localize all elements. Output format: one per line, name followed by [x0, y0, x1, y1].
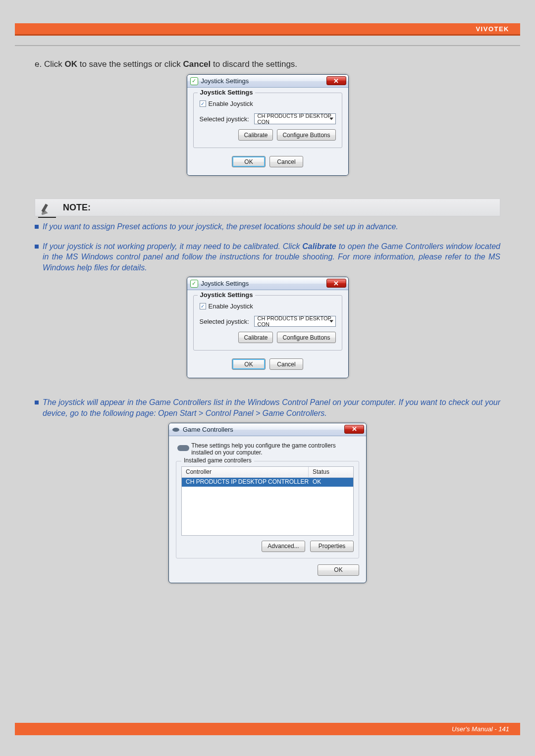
selected-joystick-combobox[interactable]: CH PRODUCTS IP DESKTOP CON	[254, 316, 336, 327]
dialog-title: Game Controllers	[183, 426, 233, 433]
app-icon: ✓	[190, 77, 198, 85]
content-area: e. Click OK to save the settings or clic…	[35, 59, 500, 583]
column-header-status[interactable]: Status	[309, 467, 353, 477]
selected-joystick-label: Selected joystick:	[200, 318, 254, 325]
description-text: These settings help you configure the ga…	[191, 442, 359, 456]
joystick-settings-fieldset: Joystick Settings ✓ Enable Joystick Sele…	[193, 295, 342, 351]
gamepad-large-icon	[176, 442, 187, 454]
joystick-settings-dialog: ✓ Joystick Settings ✕ Joystick Settings …	[187, 277, 349, 378]
bullet-icon	[35, 225, 39, 229]
svg-point-2	[172, 428, 179, 432]
selected-joystick-label: Selected joystick:	[200, 115, 254, 123]
game-controllers-dialog: Game Controllers ✕ These settings help y…	[168, 423, 367, 583]
text-fragment: to discard the settings.	[211, 59, 297, 69]
button-row: Advanced... Properties	[181, 541, 354, 552]
enable-joystick-label: Enable Joystick	[209, 302, 253, 310]
pencil-icon	[38, 197, 54, 217]
dialog-footer: OK	[176, 558, 359, 576]
dialog-container: Game Controllers ✕ These settings help y…	[35, 423, 500, 583]
enable-joystick-row: ✓ Enable Joystick	[200, 302, 336, 310]
note-label: NOTE:	[63, 202, 91, 213]
step-e-text: e. Click OK to save the settings or clic…	[35, 59, 500, 69]
close-icon[interactable]: ✕	[326, 279, 346, 288]
combobox-value: CH PRODUCTS IP DESKTOP CON	[258, 113, 332, 125]
footer-text: User's Manual - 141	[452, 725, 509, 733]
dialog-body: Joystick Settings ✓ Enable Joystick Sele…	[187, 290, 348, 378]
title-bar: ✓ Joystick Settings ✕	[187, 75, 348, 88]
calibrate-button[interactable]: Calibrate	[238, 332, 273, 343]
cancel-button[interactable]: Cancel	[269, 358, 303, 370]
page-footer: User's Manual - 141	[15, 723, 520, 735]
configure-buttons-button[interactable]: Configure Buttons	[277, 332, 335, 343]
cell-controller: CH PRODUCTS IP DESKTOP CONTROLLER	[182, 478, 309, 487]
advanced-button[interactable]: Advanced...	[262, 541, 305, 552]
text-fragment: If your joystick is not working properly…	[43, 242, 302, 251]
note-section: NOTE: If you want to assign Preset actio…	[35, 199, 500, 583]
enable-joystick-label: Enable Joystick	[209, 100, 253, 107]
note-header-bar: NOTE:	[35, 199, 500, 216]
title-bar: Game Controllers ✕	[169, 423, 366, 436]
dialog-title: Joystick Settings	[201, 77, 249, 85]
description-row: These settings help you configure the ga…	[176, 442, 359, 456]
chevron-down-icon	[329, 118, 333, 120]
bullet-icon	[35, 245, 39, 249]
text-bold-cancel: Cancel	[183, 59, 211, 69]
fieldset-legend: Joystick Settings	[198, 291, 256, 299]
installed-controllers-fieldset: Installed game controllers Controller St…	[176, 461, 359, 558]
bullet-icon	[35, 401, 39, 404]
chevron-down-icon	[329, 320, 333, 323]
table-row[interactable]: CH PRODUCTS IP DESKTOP CONTROLLER OK	[182, 478, 353, 487]
fieldset-legend: Joystick Settings	[198, 89, 256, 96]
joystick-settings-fieldset: Joystick Settings ✓ Enable Joystick Sele…	[193, 93, 342, 148]
header-rule	[15, 45, 520, 46]
page-header: VIVOTEK	[15, 23, 520, 36]
enable-joystick-checkbox[interactable]: ✓	[200, 303, 206, 309]
controller-listview[interactable]: Controller Status CH PRODUCTS IP DESKTOP…	[181, 466, 354, 536]
note-bullet-3: The joystick will appear in the Game Con…	[35, 397, 500, 418]
enable-joystick-row: ✓ Enable Joystick	[200, 100, 336, 107]
button-row: Calibrate Configure Buttons	[200, 332, 336, 343]
dialog-footer: OK Cancel	[193, 355, 342, 372]
text-bold-ok: OK	[64, 59, 77, 69]
calibrate-button[interactable]: Calibrate	[238, 129, 273, 141]
text-fragment: to save the settings or click	[77, 59, 183, 69]
bullet-text: If your joystick is not working properly…	[43, 241, 500, 273]
brand-text: VIVOTEK	[476, 25, 509, 33]
dialog-container: ✓ Joystick Settings ✕ Joystick Settings …	[35, 277, 500, 378]
dialog-body: These settings help you configure the ga…	[169, 436, 366, 583]
properties-button[interactable]: Properties	[310, 541, 354, 552]
column-header-controller[interactable]: Controller	[182, 467, 309, 477]
title-bar: ✓ Joystick Settings ✕	[187, 277, 348, 290]
enable-joystick-checkbox[interactable]: ✓	[200, 101, 206, 107]
selected-joystick-row: Selected joystick: CH PRODUCTS IP DESKTO…	[200, 113, 336, 124]
note-bullet-2: If your joystick is not working properly…	[35, 241, 500, 273]
fieldset-legend: Installed game controllers	[181, 457, 254, 464]
dialog-container: ✓ Joystick Settings ✕ Joystick Settings …	[35, 74, 500, 176]
text-fragment: e. Click	[35, 59, 64, 69]
bullet-text: If you want to assign Preset actions to …	[43, 221, 500, 232]
close-icon[interactable]: ✕	[344, 425, 364, 434]
configure-buttons-button[interactable]: Configure Buttons	[277, 129, 335, 141]
text-bold-calibrate: Calibrate	[302, 242, 336, 251]
note-bullet-1: If you want to assign Preset actions to …	[35, 221, 500, 232]
selected-joystick-combobox[interactable]: CH PRODUCTS IP DESKTOP CON	[254, 113, 336, 124]
dialog-footer: OK Cancel	[193, 153, 342, 169]
list-header: Controller Status	[182, 467, 353, 478]
selected-joystick-row: Selected joystick: CH PRODUCTS IP DESKTO…	[200, 316, 336, 327]
dialog-title: Joystick Settings	[201, 280, 249, 287]
button-row: Calibrate Configure Buttons	[200, 129, 336, 141]
cancel-button[interactable]: Cancel	[269, 156, 303, 167]
ok-button[interactable]: OK	[318, 564, 359, 576]
combobox-value: CH PRODUCTS IP DESKTOP CON	[258, 315, 332, 327]
ok-button[interactable]: OK	[232, 156, 266, 167]
dialog-body: Joystick Settings ✓ Enable Joystick Sele…	[187, 88, 348, 175]
joystick-settings-dialog: ✓ Joystick Settings ✕ Joystick Settings …	[187, 74, 349, 176]
bullet-text: The joystick will appear in the Game Con…	[43, 397, 500, 418]
close-icon[interactable]: ✕	[326, 76, 346, 85]
ok-button[interactable]: OK	[232, 358, 266, 370]
app-icon: ✓	[190, 280, 198, 288]
gamepad-icon	[172, 425, 180, 433]
cell-status: OK	[309, 478, 353, 487]
